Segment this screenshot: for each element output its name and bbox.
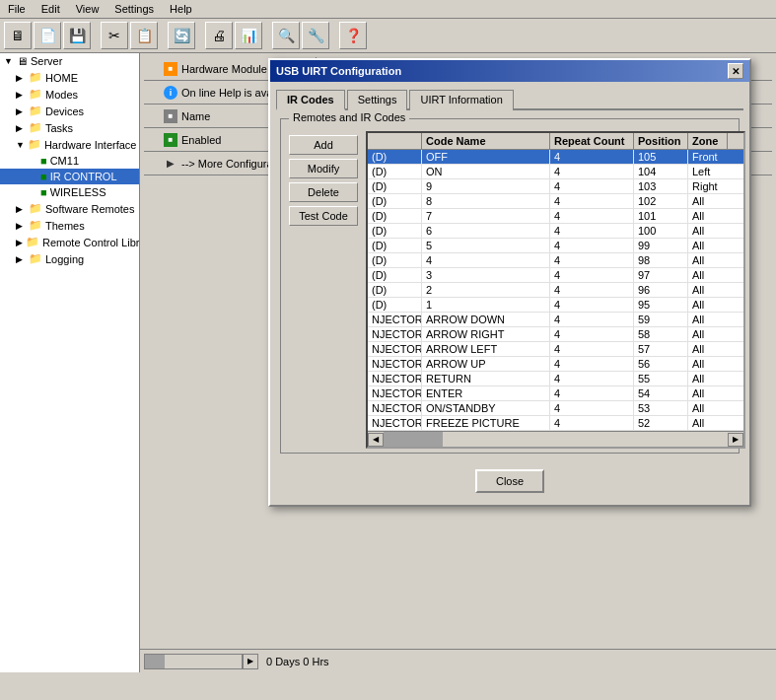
table-row[interactable]: NJECTOR ON/STANDBY 4 53 All [368,401,743,416]
table-row[interactable]: (D) 4 4 98 All [368,253,743,268]
horiz-scroll[interactable]: ◀ ▶ [368,431,743,447]
td-col0: (D) [368,150,422,164]
tab-uirt-info[interactable]: UIRT Information [409,90,513,110]
menu-help[interactable]: Help [166,2,196,16]
table-body[interactable]: (D) OFF 4 105 Front (D) ON 4 104 Left (D… [368,150,743,431]
td-zone: All [688,401,728,415]
td-codename: ARROW DOWN [422,313,550,326]
expand-icon-sw: ▶ [16,204,26,214]
add-button[interactable]: Add [289,135,358,155]
tree-item-hardware-interface[interactable]: ▼ 📁 Hardware Interface [0,136,139,153]
td-zone: All [688,224,728,238]
toolbar-btn-help[interactable]: ❓ [339,22,367,49]
td-repeat: 4 [550,372,634,385]
delete-button[interactable]: Delete [289,182,358,202]
toolbar-btn-9[interactable]: 🔧 [302,22,329,49]
menu-file[interactable]: File [4,2,30,16]
table-row[interactable]: NJECTOR ENTER 4 54 All [368,386,743,401]
folder-icon-lib: 📁 [26,236,39,248]
table-row[interactable]: NJECTOR ARROW UP 4 56 All [368,357,743,372]
td-codename: ARROW UP [422,357,550,371]
toolbar-btn-7[interactable]: 📊 [235,22,262,49]
td-col0: NJECTOR [368,401,422,415]
td-repeat: 4 [550,179,634,193]
table-row[interactable]: NJECTOR ARROW LEFT 4 57 All [368,342,743,357]
toolbar-btn-8[interactable]: 🔍 [272,22,300,49]
table-row[interactable]: (D) 9 4 103 Right [368,179,743,194]
table-row[interactable]: NJECTOR RETURN 4 55 All [368,372,743,386]
ir-icon: ■ [40,171,47,182]
td-repeat: 4 [550,401,634,415]
toolbar-btn-6[interactable]: 🖨 [205,22,233,49]
tab-settings[interactable]: Settings [347,90,408,110]
prop-icon-module-type: ■ [164,62,177,76]
td-col0: (D) [368,194,422,208]
th-codename[interactable]: Code Name [422,133,550,149]
table-row[interactable]: (D) 2 4 96 All [368,283,743,298]
scroll-left-btn[interactable]: ◀ [368,433,384,447]
statusbar-scrollbar[interactable] [144,654,243,669]
test-code-button[interactable]: Test Code [289,206,358,226]
table-row[interactable]: (D) 1 4 95 All [368,298,743,313]
tree-panel: ▼ 🖥 Server ▶ 📁 HOME ▶ 📁 Modes ▶ 📁 Device… [0,53,140,672]
tree-item-themes[interactable]: ▶ 📁 Themes [0,217,139,234]
th-position[interactable]: Position [634,133,688,149]
table-row[interactable]: NJECTOR ARROW DOWN 4 59 All [368,313,743,327]
td-repeat: 4 [550,209,634,223]
tree-item-logging[interactable]: ▶ 📁 Logging [0,250,139,267]
menu-edit[interactable]: Edit [37,2,64,16]
close-button[interactable]: Close [475,469,544,493]
tree-item-software-remotes[interactable]: ▶ 📁 Software Remotes [0,200,139,217]
tree-label-logging: Logging [45,253,84,265]
dialog-close-button[interactable]: ✕ [728,63,743,79]
table-row[interactable]: (D) 6 4 100 All [368,224,743,239]
table-row[interactable]: NJECTOR ARROW RIGHT 4 58 All [368,327,743,342]
table-row[interactable]: (D) 7 4 101 All [368,209,743,224]
tree-item-devices[interactable]: ▶ 📁 Devices [0,103,139,119]
tree-item-wireless[interactable]: ▶ ■ WIRELESS [0,184,139,200]
tree-item-tasks[interactable]: ▶ 📁 Tasks [0,119,139,136]
td-col0: (D) [368,179,422,193]
group-content: Add Modify Delete Test Code Code Na [281,119,739,453]
table-row[interactable]: (D) 8 4 102 All [368,194,743,209]
toolbar-btn-0[interactable]: 🖥 [4,22,32,49]
toolbar-btn-5[interactable]: 🔄 [168,22,195,49]
tree-item-remote-lib[interactable]: ▶ 📁 Remote Control Libr... [0,234,139,250]
modify-button[interactable]: Modify [289,159,358,178]
server-icon: 🖥 [17,55,28,67]
th-zone[interactable]: Zone [688,133,728,149]
statusbar-thumb [145,655,165,668]
td-codename: ARROW RIGHT [422,327,550,341]
table-row[interactable]: (D) ON 4 104 Left [368,165,743,179]
tree-item-home[interactable]: ▶ 📁 HOME [0,69,139,86]
tree-label-sw: Software Remotes [45,203,134,215]
th-col0[interactable] [368,133,422,149]
toolbar-btn-1[interactable]: 📄 [34,22,61,49]
tree-item-ir-control[interactable]: ▶ ■ IR CONTROL [0,169,139,184]
tree-label-cm11: CM11 [50,155,79,167]
tree-label-server: Server [31,55,62,67]
tree-item-cm11[interactable]: ▶ ■ CM11 [0,153,139,169]
menu-settings[interactable]: Settings [110,2,158,16]
tree-item-modes[interactable]: ▶ 📁 Modes [0,86,139,103]
expand-icon-devices: ▶ [16,106,26,116]
td-repeat: 4 [550,327,634,341]
table-row[interactable]: (D) OFF 4 105 Front [368,150,743,165]
toolbar-btn-2[interactable]: 💾 [63,22,91,49]
folder-icon-modes: 📁 [29,88,42,101]
statusbar-scroll-right[interactable]: ▶ [243,654,258,669]
scroll-right-btn[interactable]: ▶ [728,433,743,447]
tree-item-server[interactable]: ▼ 🖥 Server [0,53,139,69]
table-row[interactable]: (D) 3 4 97 All [368,268,743,283]
table-row[interactable]: (D) 5 4 99 All [368,239,743,253]
td-codename: 4 [422,253,550,267]
th-repeat[interactable]: Repeat Count [550,133,634,149]
table-row[interactable]: NJECTOR FREEZE PICTURE 4 52 All [368,416,743,431]
td-codename: ARROW LEFT [422,342,550,356]
toolbar-btn-3[interactable]: ✂ [101,22,128,49]
toolbar-btn-4[interactable]: 📋 [130,22,158,49]
tab-ir-codes[interactable]: IR Codes [276,90,345,110]
td-zone: All [688,327,728,341]
menu-view[interactable]: View [72,2,104,16]
td-zone: All [688,209,728,223]
